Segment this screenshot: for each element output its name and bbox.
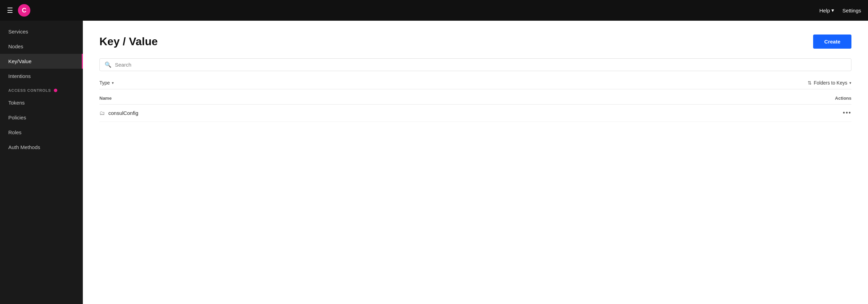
topnav-right: Help ▾ Settings [819,7,861,13]
sidebar-item-tokens[interactable]: Tokens [0,95,83,110]
sidebar-item-intentions[interactable]: Intentions [0,69,83,84]
access-controls-label: ACCESS CONTROLS [8,88,51,92]
help-button[interactable]: Help ▾ [819,7,834,13]
type-filter-chevron-icon: ▾ [112,81,114,85]
page-header: Key / Value Create [99,35,851,49]
folders-to-keys-label: Folders to Keys [814,80,847,86]
access-controls-status-dot [54,89,57,92]
sidebar: Services Nodes Key/Value Intentions ACCE… [0,21,83,304]
search-bar: 🔍 [99,58,851,71]
filter-sort-icon: ⇅ [808,80,812,86]
filter-row: Type ▾ ⇅ Folders to Keys ▾ [99,77,851,89]
help-chevron-icon: ▾ [831,7,834,13]
access-controls-section: ACCESS CONTROLS [0,84,83,95]
col-actions-header: Actions [835,96,851,101]
create-button[interactable]: Create [813,35,851,49]
topnav: ☰ C Help ▾ Settings [0,0,868,21]
type-filter-label: Type [99,80,110,86]
sidebar-item-auth-methods[interactable]: Auth Methods [0,140,83,155]
topnav-left: ☰ C [7,4,30,17]
table-row: 🗂 consulConfig ••• [99,105,851,122]
row-left: 🗂 consulConfig [99,110,138,116]
row-actions-menu-button[interactable]: ••• [843,109,851,117]
folder-icon: 🗂 [99,110,105,116]
logo-icon: C [18,4,30,17]
search-input[interactable] [115,62,846,68]
sidebar-item-keyvalue[interactable]: Key/Value [0,54,83,69]
sidebar-item-nodes[interactable]: Nodes [0,39,83,54]
row-name[interactable]: consulConfig [108,110,138,116]
main-content: Key / Value Create 🔍 Type ▾ ⇅ Folders to… [83,21,868,304]
settings-button[interactable]: Settings [842,8,861,13]
sidebar-item-policies[interactable]: Policies [0,110,83,125]
help-label: Help [819,8,830,13]
logo: C [18,4,30,17]
page-title: Key / Value [99,35,158,48]
folders-to-keys-chevron-icon: ▾ [849,81,851,85]
layout: Services Nodes Key/Value Intentions ACCE… [0,21,868,304]
sidebar-item-services[interactable]: Services [0,24,83,39]
folders-to-keys-button[interactable]: ⇅ Folders to Keys ▾ [808,80,851,86]
hamburger-icon[interactable]: ☰ [7,6,13,14]
col-name-header: Name [99,96,111,101]
sidebar-item-roles[interactable]: Roles [0,125,83,140]
search-icon: 🔍 [105,61,111,68]
table-header: Name Actions [99,92,851,105]
type-filter[interactable]: Type ▾ [99,80,114,86]
